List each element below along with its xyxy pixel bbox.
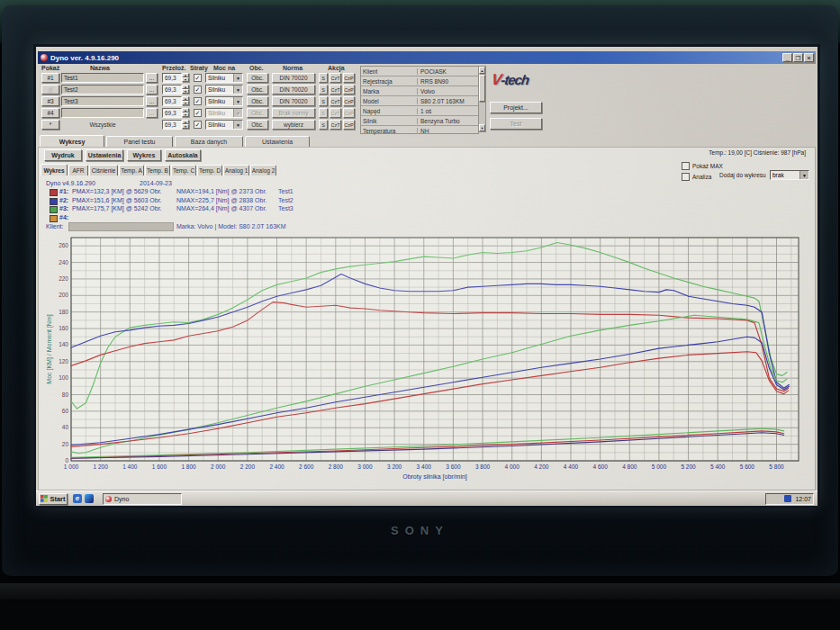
browse-button[interactable]: ... — [146, 108, 158, 118]
tab-ustawienia[interactable]: Ustawienia — [245, 136, 310, 147]
ratio-spinner[interactable]: ▲▼ — [182, 120, 189, 130]
browse-button[interactable]: ... — [146, 96, 158, 106]
subtab-analog-1[interactable]: Analog 1 — [223, 165, 249, 176]
show-max-checkbox[interactable] — [682, 162, 690, 170]
row-select-button-1[interactable]: #1 — [41, 73, 59, 83]
analysis-option[interactable]: Analiza — [682, 173, 711, 181]
tab-panel-testu[interactable]: Panel testu — [106, 136, 173, 147]
tab-wykresy[interactable]: Wykresy — [40, 135, 104, 147]
akcja-czp-button[interactable]: CzP — [343, 85, 355, 94]
ratio-spinner[interactable]: ▲▼ — [182, 85, 189, 94]
spinner-down-icon[interactable]: ▼ — [182, 124, 189, 129]
akcja-czp-button[interactable]: CzP — [343, 73, 355, 83]
client-field-value[interactable]: Benzyna Turbo — [418, 118, 478, 124]
close-button[interactable]: ✕ — [804, 53, 814, 62]
straty-checkbox[interactable]: ✓ — [194, 97, 202, 105]
show-max-option[interactable]: Pokaż MAX — [682, 162, 723, 170]
akcja-czp-button[interactable]: CzP — [343, 120, 355, 130]
ratio-spinner[interactable]: ▲▼ — [182, 73, 189, 83]
akcja-s-button[interactable]: S — [319, 85, 328, 94]
obc-button[interactable]: Obc. — [247, 108, 268, 118]
chevron-down-icon[interactable]: ▼ — [233, 121, 242, 129]
toolbar-wykres-button[interactable]: Wykres — [127, 149, 161, 161]
obc-button[interactable]: Obc. — [247, 73, 268, 83]
spinner-down-icon[interactable]: ▼ — [182, 112, 189, 117]
straty-checkbox[interactable]: ✓ — [194, 74, 202, 82]
client-field-value[interactable]: NH — [418, 128, 478, 134]
norma-button[interactable]: DIN 70020 — [272, 73, 315, 83]
maximize-button[interactable]: ❐ — [793, 53, 803, 62]
ratio-input[interactable]: 69,3 — [162, 85, 182, 94]
client-field-value[interactable]: 1 oś — [418, 108, 478, 114]
moc-na-dropdown[interactable]: Silniku▼ — [205, 73, 243, 83]
add-to-chart-dropdown[interactable]: brak▼ — [770, 170, 809, 180]
toolbar-ustawienia-button[interactable]: Ustawienia — [86, 149, 123, 161]
akcja-czp-button[interactable]: CzP — [343, 96, 355, 106]
straty-checkbox[interactable]: ✓ — [194, 109, 202, 117]
system-tray[interactable]: 12:07 — [765, 493, 814, 505]
toolbar-wydruk-button[interactable]: Wydruk — [44, 149, 82, 161]
subtab-temp-b[interactable]: Temp. B — [145, 165, 170, 176]
subtab-temp-d[interactable]: Temp. D — [197, 165, 222, 176]
chevron-down-icon[interactable]: ▼ — [233, 109, 242, 117]
straty-checkbox[interactable]: ✓ — [194, 86, 202, 94]
ratio-input[interactable]: 69,3 — [162, 73, 182, 83]
quicklaunch-icon[interactable] — [85, 494, 94, 503]
test-button[interactable]: Test — [490, 118, 542, 130]
row-select-button-2[interactable]: ☝ — [41, 85, 59, 94]
quicklaunch-ie-icon[interactable]: e — [73, 494, 82, 503]
chevron-down-icon[interactable]: ▼ — [799, 171, 808, 179]
test-name-input[interactable] — [61, 108, 144, 118]
client-field-value[interactable]: RRS 8N90 — [418, 78, 478, 85]
tab-baza-danych[interactable]: Baza danych — [175, 136, 243, 147]
tray-keyboard-icon[interactable] — [784, 495, 791, 502]
obc-button[interactable]: Obc. — [247, 96, 268, 106]
scroll-down-icon[interactable]: ▼ — [479, 124, 485, 131]
subtab-wykres[interactable]: Wykres — [41, 164, 68, 176]
subtab-afr[interactable]: AFR — [68, 165, 88, 176]
moc-na-dropdown[interactable]: Silniku▼ — [205, 120, 243, 130]
obc-button[interactable]: Obc. — [247, 120, 268, 130]
start-button[interactable]: Start — [39, 493, 68, 505]
chevron-down-icon[interactable]: ▼ — [233, 86, 242, 94]
spinner-down-icon[interactable]: ▼ — [182, 77, 189, 82]
ratio-spinner[interactable]: ▲▼ — [182, 108, 189, 118]
row-select-button-5[interactable]: * — [41, 120, 59, 130]
test-name-input[interactable]: Test3 — [61, 96, 144, 106]
browse-button[interactable]: ... — [146, 73, 158, 83]
ratio-spinner[interactable]: ▲▼ — [182, 96, 189, 106]
straty-checkbox[interactable]: ✓ — [194, 121, 202, 129]
ratio-input[interactable]: 69,3 — [162, 96, 182, 106]
akcja-s-button[interactable]: S — [319, 108, 328, 118]
obc-button[interactable]: Obc. — [247, 85, 268, 94]
chevron-down-icon[interactable]: ▼ — [233, 74, 242, 82]
spinner-down-icon[interactable]: ▼ — [182, 101, 189, 105]
scroll-up-icon[interactable]: ▲ — [479, 67, 485, 74]
subtab-temp-c[interactable]: Temp. C — [171, 165, 196, 176]
ratio-input[interactable]: 69,3 — [162, 120, 182, 130]
norma-button[interactable]: DIN 70020 — [272, 85, 315, 94]
row-select-button-4[interactable]: #4 — [41, 108, 59, 118]
moc-na-dropdown[interactable]: Silniku▼ — [205, 85, 243, 94]
client-table-scrollbar[interactable]: ▲ ▼ — [478, 66, 486, 132]
akcja-s-button[interactable]: S — [319, 120, 328, 130]
client-field-value[interactable]: S80 2.0T 163KM — [418, 98, 478, 104]
task-button-dyno[interactable]: Dyno — [103, 493, 182, 505]
akcja-czt-button[interactable]: CzT — [330, 85, 341, 94]
toolbar-autoskala-button[interactable]: Autoskala — [165, 149, 201, 161]
moc-na-dropdown[interactable]: Silniku▼ — [205, 108, 243, 118]
norma-button[interactable]: wybierz — [272, 120, 315, 130]
client-field-value[interactable]: Volvo — [418, 88, 478, 94]
chevron-down-icon[interactable]: ▼ — [233, 97, 242, 105]
akcja-s-button[interactable]: S — [319, 96, 328, 106]
akcja-czt-button[interactable]: CzT — [330, 73, 341, 83]
akcja-czt-button[interactable]: CzT — [330, 108, 341, 118]
norma-button[interactable]: DIN 70020 — [272, 96, 315, 106]
analysis-checkbox[interactable] — [682, 173, 690, 181]
ratio-input[interactable]: 69,3 — [162, 108, 182, 118]
akcja-czt-button[interactable]: CzT — [330, 120, 341, 130]
norma-button[interactable]: Brak normy — [272, 108, 315, 118]
test-name-input[interactable]: Test1 — [61, 73, 144, 83]
test-name-input[interactable]: Test2 — [61, 85, 144, 94]
subtab-ciśnienie[interactable]: Ciśnienie — [89, 165, 118, 176]
